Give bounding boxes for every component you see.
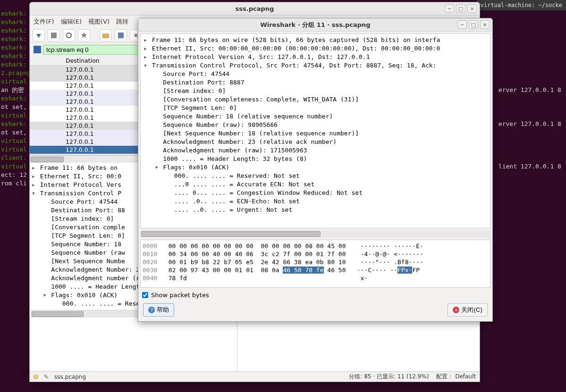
toolbar-open-icon[interactable] bbox=[100, 29, 112, 42]
toolbar-restart-icon[interactable] bbox=[63, 29, 75, 42]
show-packet-bytes-checkbox[interactable] bbox=[142, 292, 148, 298]
dialog-hex-pane[interactable]: 0000 00 00 00 00 00 00 00 00 00 00 00 00… bbox=[140, 240, 490, 288]
svg-rect-2 bbox=[102, 33, 109, 38]
detail-line[interactable]: Acknowledgment Number: 23 (relative ack … bbox=[143, 138, 488, 146]
dialog-title: Wireshark · 分组 11 · sss.pcapng bbox=[260, 21, 370, 29]
detail-line[interactable]: 1000 .... = Header Length: 32 bytes (8) bbox=[143, 155, 488, 163]
help-button-label: 帮助 bbox=[157, 306, 169, 314]
close-button[interactable]: × 关闭(C) bbox=[448, 303, 488, 317]
detail-line[interactable]: ▸ Ethernet II, Src: 00:00:00_00:00:00 (0… bbox=[143, 44, 488, 53]
terminal-tab: virtual-machine: ~/socke bbox=[477, 0, 566, 10]
toolbar-start-icon[interactable] bbox=[33, 29, 45, 42]
detail-line[interactable]: ▸ Internet Protocol Version 4, Src: 127.… bbox=[143, 53, 488, 61]
help-button[interactable]: ? 帮助 bbox=[143, 303, 174, 317]
statusbar: ✎ sss.pcapng 分组: 85 · 已显示: 11 (12.9%) 配置… bbox=[30, 371, 480, 382]
menu-goto[interactable]: 跳转 bbox=[116, 17, 128, 26]
detail-line[interactable]: ▾ Flags: 0x010 (ACK) bbox=[143, 163, 488, 172]
edit-icon[interactable]: ✎ bbox=[44, 374, 49, 380]
menu-view[interactable]: 视图(V) bbox=[88, 17, 110, 26]
help-icon: ? bbox=[148, 307, 155, 313]
detail-line[interactable]: ▸ Frame 11: 66 bytes on wire (528 bits),… bbox=[143, 36, 488, 44]
status-packets: 分组: 85 · 已显示: 11 (12.9%) bbox=[349, 373, 429, 381]
detail-line[interactable]: Destination Port: 8887 bbox=[143, 78, 488, 87]
detail-line[interactable]: [Next Sequence Number: 18 (relative sequ… bbox=[143, 129, 488, 138]
detail-line[interactable]: .... ..0. .... = Urgent: Not set bbox=[143, 206, 488, 214]
detail-line[interactable]: .... .0.. .... = ECN-Echo: Not set bbox=[143, 197, 488, 206]
bookmark-icon[interactable] bbox=[34, 46, 41, 53]
close-button-label: 关闭(C) bbox=[461, 306, 482, 314]
detail-line[interactable]: Sequence Number (raw): 98905666 bbox=[143, 121, 488, 129]
detail-line[interactable]: [Conversation completeness: Complete, WI… bbox=[143, 95, 488, 104]
dialog-details-pane[interactable]: ▸ Frame 11: 66 bytes on wire (528 bits),… bbox=[140, 33, 490, 228]
svg-rect-0 bbox=[51, 33, 57, 38]
toolbar-save-icon[interactable] bbox=[115, 29, 127, 42]
detail-line[interactable]: ...0 .... .... = Accurate ECN: Not set bbox=[143, 180, 488, 189]
toolbar-options-icon[interactable] bbox=[78, 29, 90, 42]
detail-line[interactable]: .... 0... .... = Congestion Window Reduc… bbox=[143, 189, 488, 197]
close-icon: × bbox=[453, 307, 459, 313]
dialog-close-window-button[interactable]: × bbox=[480, 20, 490, 29]
status-file: sss.pcapng bbox=[54, 374, 86, 380]
packet-dialog: Wireshark · 分组 11 · sss.pcapng − □ × ▸ F… bbox=[138, 18, 493, 322]
menu-file[interactable]: 文件(F) bbox=[34, 17, 54, 26]
main-titlebar[interactable]: sss.pcapng − □ × bbox=[30, 2, 480, 16]
minimize-button[interactable]: − bbox=[445, 4, 454, 13]
maximize-button[interactable]: □ bbox=[456, 4, 465, 13]
dialog-minimize-button[interactable]: − bbox=[457, 20, 467, 29]
detail-line[interactable]: Sequence Number: 18 (relative sequence n… bbox=[143, 112, 488, 121]
dialog-details-scrollbar[interactable] bbox=[140, 230, 490, 238]
dialog-titlebar[interactable]: Wireshark · 分组 11 · sss.pcapng − □ × bbox=[138, 18, 492, 32]
expert-info-icon[interactable] bbox=[34, 375, 38, 379]
detail-line[interactable]: Acknowledgment number (raw): 1715005963 bbox=[143, 146, 488, 155]
detail-line[interactable]: [Stream index: 0] bbox=[143, 87, 488, 95]
show-packet-bytes-label: Show packet bytes bbox=[151, 292, 209, 299]
detail-line[interactable]: 000. .... .... = Reserved: Not set bbox=[143, 172, 488, 180]
detail-line[interactable]: Source Port: 47544 bbox=[143, 70, 488, 78]
status-profile[interactable]: 配置： Default bbox=[436, 373, 476, 381]
close-window-button[interactable]: × bbox=[467, 4, 477, 13]
svg-rect-3 bbox=[118, 33, 124, 38]
dialog-maximize-button[interactable]: □ bbox=[469, 20, 478, 29]
detail-line[interactable]: ▾ Transmission Control Protocol, Src Por… bbox=[143, 61, 488, 70]
detail-line[interactable]: [TCP Segment Len: 0] bbox=[143, 104, 488, 112]
menu-edit[interactable]: 编辑(E) bbox=[61, 17, 82, 26]
main-title: sss.pcapng bbox=[236, 5, 274, 12]
toolbar-stop-icon[interactable] bbox=[48, 29, 60, 42]
svg-point-1 bbox=[67, 33, 71, 38]
